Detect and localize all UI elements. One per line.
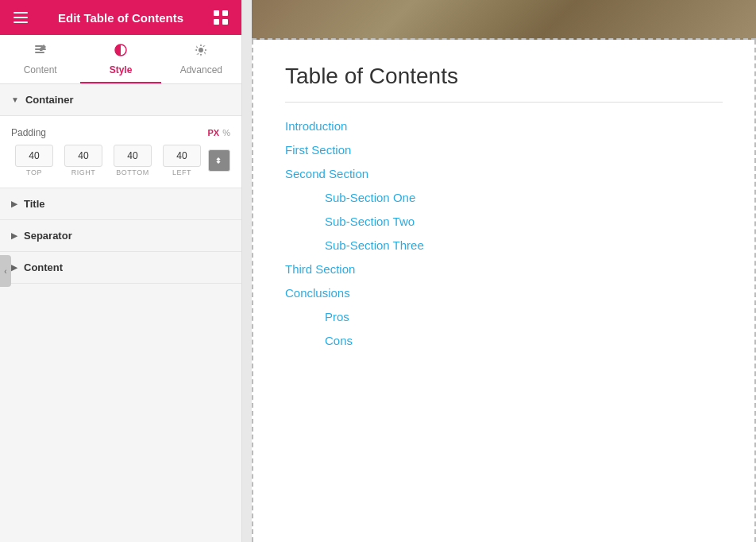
toc-link-sub-section-two[interactable]: Sub-Section Two [325,215,415,228]
list-item: Second Section [285,163,723,185]
svg-rect-0 [14,12,28,14]
tab-content-label: Content [24,64,57,75]
svg-rect-2 [14,21,28,23]
padding-bottom-label: BOTTOM [116,168,148,176]
list-item: Sub-Section Two [285,211,723,233]
right-panel: Table of Contents Introduction First Sec… [242,0,756,542]
title-arrow-icon: ▶ [11,199,17,208]
content-icon [33,43,48,61]
container-label: Container [25,94,74,106]
padding-right-label: RIGHT [71,168,96,176]
padding-left-input[interactable] [163,145,201,167]
list-item: Pros [285,306,723,328]
link-values-button[interactable] [208,149,230,172]
container-section-content: Padding PX % TOP RIGHT BOTTOM [0,116,241,188]
content-label: Content [24,261,63,273]
list-item: Conclusions [285,282,723,304]
container-section-header[interactable]: ▼ Container [0,84,241,116]
svg-rect-6 [222,19,228,25]
list-item: Sub-Section Three [285,234,723,257]
unit-toggle[interactable]: PX % [208,128,230,137]
svg-rect-3 [214,10,219,16]
tab-advanced[interactable]: Advanced [161,35,241,83]
collapse-handle[interactable]: ‹ [0,255,11,287]
padding-bottom-input[interactable] [114,145,152,167]
separator-section-header[interactable]: ▶ Separator [0,220,241,252]
toc-link-conclusions[interactable]: Conclusions [285,286,350,300]
tab-style-label: Style [110,64,133,75]
tab-style[interactable]: Style [80,35,160,83]
svg-rect-5 [214,19,219,25]
container-arrow-icon: ▼ [11,95,19,104]
style-icon [114,43,128,61]
list-item: Sub-Section One [285,187,723,209]
panel-header: Edit Table of Contents [0,0,241,35]
padding-text: Padding [11,127,46,138]
padding-top-label: TOP [26,168,42,176]
padding-inputs: TOP RIGHT BOTTOM LEFT [11,145,230,176]
panel-body: ▼ Container Padding PX % TOP RIGHT [0,84,241,542]
toc-link-pros[interactable]: Pros [325,310,349,323]
panel-title: Edit Table of Contents [58,11,183,25]
title-label: Title [24,198,45,210]
svg-rect-9 [35,52,44,53]
px-button[interactable]: PX [208,128,220,137]
content-area: Table of Contents Introduction First Sec… [252,0,756,542]
padding-top-input[interactable] [15,145,53,167]
advanced-icon [194,43,208,61]
toc-link-third-section[interactable]: Third Section [285,262,355,276]
grid-icon[interactable] [211,8,230,27]
tab-content[interactable]: Content [0,35,80,83]
left-panel: Edit Table of Contents Content [0,0,242,542]
separator-label: Separator [24,230,72,242]
toc-title: Table of Contents [285,64,723,89]
toc-link-introduction[interactable]: Introduction [285,119,347,133]
tab-advanced-label: Advanced [180,64,222,75]
padding-label-row: Padding PX % [11,127,230,138]
padding-top-group: TOP [11,145,57,176]
svg-rect-4 [222,10,228,16]
list-item: First Section [285,139,723,161]
toc-separator [285,102,723,103]
toc-list: Introduction First Section Second Sectio… [285,115,723,352]
hamburger-icon[interactable] [11,8,30,27]
toc-link-second-section[interactable]: Second Section [285,167,368,180]
content-section-header[interactable]: ▶ Content [0,252,241,284]
list-item: Cons [285,330,723,352]
toc-link-sub-section-one[interactable]: Sub-Section One [325,191,415,204]
list-item: Third Section [285,258,723,281]
percent-button[interactable]: % [222,128,230,137]
padding-right-group: RIGHT [60,145,106,176]
svg-rect-1 [14,17,28,18]
title-section-header[interactable]: ▶ Title [0,188,241,220]
content-arrow-icon: ▶ [11,263,17,272]
tabs-bar: Content Style Advanced [0,35,241,84]
padding-left-label: LEFT [172,168,191,176]
separator-arrow-icon: ▶ [11,231,17,240]
toc-link-cons[interactable]: Cons [325,334,353,347]
padding-bottom-group: BOTTOM [110,145,156,176]
toc-card: Table of Contents Introduction First Sec… [252,40,756,542]
toc-link-sub-section-three[interactable]: Sub-Section Three [325,238,424,252]
svg-point-13 [199,48,203,52]
hero-image [252,0,756,40]
toc-link-first-section[interactable]: First Section [285,143,351,157]
list-item: Introduction [285,115,723,137]
padding-right-input[interactable] [64,145,102,167]
padding-left-group: LEFT [159,145,205,176]
